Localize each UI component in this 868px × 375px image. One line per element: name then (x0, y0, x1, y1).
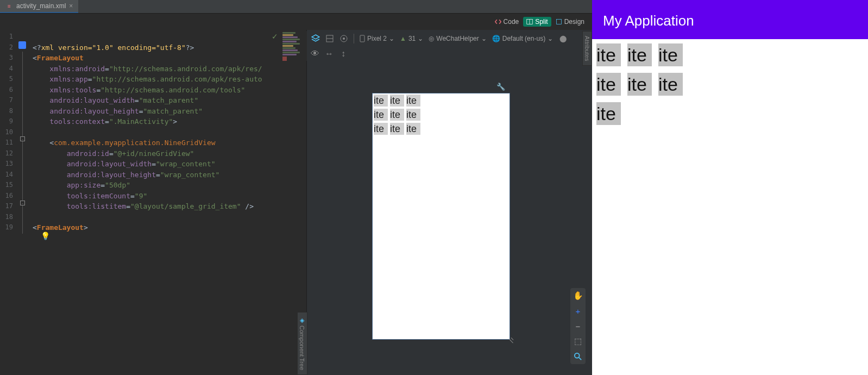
minimap[interactable] (282, 32, 304, 65)
svg-rect-2 (556, 20, 561, 24)
grid-item[interactable]: ite (390, 123, 404, 135)
lightbulb-icon[interactable]: 💡 (41, 232, 50, 240)
view-mode-code[interactable]: Code (492, 17, 523, 27)
svg-point-6 (343, 38, 345, 40)
eye-icon[interactable]: 👁 (311, 50, 319, 58)
zoom-fit-button[interactable]: ⬚ (570, 334, 586, 349)
chevron-down-icon: ⌄ (548, 35, 553, 42)
split-icon (526, 18, 533, 25)
code-editor[interactable]: <?xml version="1.0" encoding="utf-8"?> <… (33, 30, 306, 375)
wrench-icon[interactable]: 🔧 (496, 83, 505, 91)
device-label: Pixel 2 (367, 35, 387, 42)
grid-item[interactable]: ite (658, 43, 683, 66)
svg-rect-7 (360, 35, 364, 42)
svg-line-9 (579, 358, 581, 360)
device-selector[interactable]: Pixel 2 ⌄ (360, 35, 394, 42)
theme-label: WeChatHelper (436, 35, 479, 42)
view-mode-code-label: Code (504, 18, 519, 26)
close-tab-icon[interactable]: × (69, 2, 73, 10)
view-mode-design-label: Design (564, 18, 584, 26)
fold-toggle-icon[interactable]: - (20, 136, 25, 141)
inspection-ok-icon[interactable]: ✓ (272, 32, 278, 41)
emulator-panel: My Application ite ite ite ite ite ite i… (592, 0, 868, 375)
view-mode-split-label: Split (535, 18, 548, 26)
app-bar: My Application (592, 3, 868, 39)
grid-item[interactable]: ite (390, 95, 404, 107)
app-title: My Application (603, 12, 694, 29)
chevron-down-icon: ⌄ (481, 35, 487, 42)
nine-grid-preview[interactable]: ite ite ite ite ite ite ite ite ite (373, 93, 424, 136)
grid-item[interactable]: ite (374, 95, 388, 107)
locale-selector[interactable]: 🌐 Default (en-us) ⌄ (492, 35, 553, 42)
fold-toggle-icon[interactable]: - (20, 201, 25, 205)
view-mode-design[interactable]: Design (552, 17, 588, 27)
android-icon: ▲ (400, 35, 406, 42)
grid-item[interactable]: ite (627, 43, 652, 66)
grid-item[interactable]: ite (406, 123, 420, 135)
fold-gutter[interactable]: - - (16, 30, 33, 375)
zoom-actual-button[interactable] (570, 349, 586, 364)
arrows-icon[interactable]: ↔ (325, 50, 333, 58)
layers-icon[interactable] (311, 34, 320, 43)
locale-label: Default (en-us) (502, 35, 545, 42)
layout-block-icon (18, 41, 26, 49)
api-label: 31 (408, 35, 416, 42)
component-tree-tab[interactable]: ◈ Component Tree (297, 312, 307, 375)
svg-point-8 (575, 353, 580, 358)
grid-item[interactable]: ite (390, 109, 404, 121)
zoom-in-button[interactable]: + (570, 303, 586, 318)
design-icon (556, 18, 562, 25)
device-icon (360, 35, 365, 42)
chevron-down-icon: ⌄ (418, 35, 423, 42)
grid-item[interactable]: ite (627, 73, 652, 96)
theme-selector[interactable]: ◎ WeChatHelper ⌄ (429, 35, 486, 42)
pan-button[interactable]: ✋ (570, 288, 586, 303)
view-mode-split[interactable]: Split (523, 17, 551, 27)
warnings-icon[interactable]: ⬤ (558, 34, 567, 43)
emulator-grid[interactable]: ite ite ite ite ite ite ite (592, 39, 695, 129)
api-selector[interactable]: ▲ 31 ⌄ (400, 35, 423, 42)
arrows-v-icon[interactable]: ↕ (339, 50, 347, 58)
theme-icon: ◎ (429, 35, 434, 42)
chevron-down-icon: ⌄ (389, 35, 394, 42)
design-canvas[interactable]: 🔧 ite ite ite ite ite ite ite ite ite (372, 93, 510, 340)
file-tab[interactable]: ≡ activity_main.xml × (0, 0, 78, 13)
grid-item[interactable]: ite (406, 109, 420, 121)
grid-item[interactable]: ite (596, 43, 621, 66)
grid-item[interactable]: ite (658, 73, 683, 96)
grid-item[interactable]: ite (374, 109, 388, 121)
attributes-tab[interactable]: Attributes (582, 31, 592, 66)
tree-icon: ◈ (299, 317, 305, 324)
globe-icon: 🌐 (492, 35, 500, 42)
grid-item[interactable]: ite (596, 102, 621, 125)
resize-handle-icon[interactable] (506, 336, 513, 342)
minimap-error-icon (282, 57, 287, 61)
blueprint-icon[interactable] (325, 34, 334, 43)
xml-file-icon: ≡ (5, 2, 13, 10)
grid-item[interactable]: ite (406, 95, 420, 107)
orientation-icon[interactable] (339, 34, 348, 43)
fold-line (22, 52, 23, 234)
line-number-gutter: 123 456 789 101112 131415 161718 19 (0, 30, 16, 375)
code-icon (495, 18, 501, 25)
zoom-out-button[interactable]: − (570, 318, 586, 334)
grid-item[interactable]: ite (374, 123, 388, 135)
file-tab-label: activity_main.xml (16, 2, 66, 10)
grid-item[interactable]: ite (596, 73, 621, 96)
